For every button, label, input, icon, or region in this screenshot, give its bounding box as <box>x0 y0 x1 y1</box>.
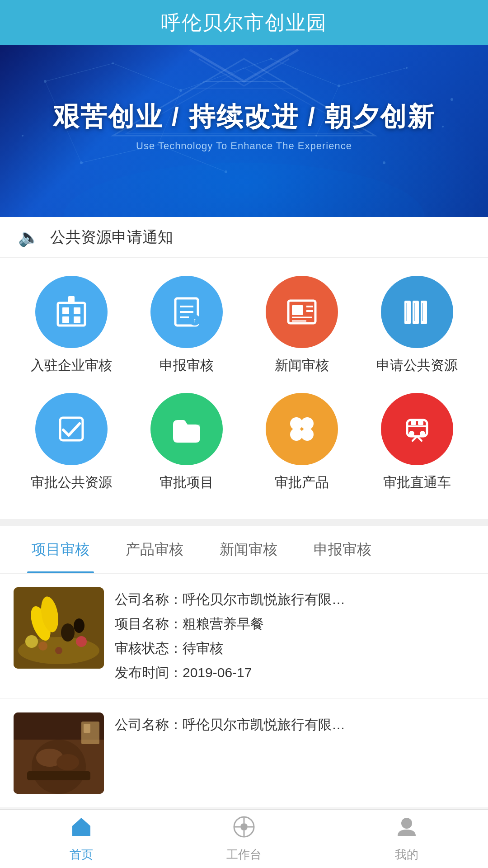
action-label-5: 审批公共资源 <box>31 473 112 492</box>
svg-rect-81 <box>27 771 90 780</box>
svg-rect-49 <box>421 301 427 324</box>
action-approve-resources[interactable]: 审批公共资源 <box>22 393 121 492</box>
action-apply-resources[interactable]: 申请公共资源 <box>367 276 467 375</box>
svg-point-6 <box>450 98 453 101</box>
action-icon-bg-7 <box>266 393 338 465</box>
approve-icon <box>53 411 89 447</box>
action-label-2: 申报审核 <box>160 356 214 375</box>
food-svg-2 <box>14 712 104 794</box>
workspace-icon <box>232 815 256 844</box>
action-label-1: 入驻企业审核 <box>31 356 112 375</box>
tabs-row: 项目审核 产品审核 新闻审核 申报审核 <box>0 526 488 573</box>
quick-actions-section: 入驻企业审核 ↑ 申报审核 <box>0 258 488 519</box>
svg-point-59 <box>409 431 414 436</box>
svg-point-55 <box>301 417 314 430</box>
nav-profile-label: 我的 <box>395 847 418 863</box>
action-label-3: 新闻审核 <box>275 356 329 375</box>
home-icon <box>70 815 93 844</box>
action-enterprise-review[interactable]: 入驻企业审核 <box>22 276 121 375</box>
banner-main-text: 艰苦创业 / 持续改进 / 朝夕创新 <box>53 99 436 135</box>
svg-rect-65 <box>418 421 423 425</box>
action-label-4: 申请公共资源 <box>376 356 458 375</box>
svg-line-14 <box>45 63 113 81</box>
svg-point-7 <box>22 135 23 137</box>
action-approve-express[interactable]: 审批直通车 <box>367 393 467 492</box>
news-icon <box>284 294 320 330</box>
item-details-2: 公司名称：呼伦贝尔市凯悦旅行有限… <box>115 712 474 794</box>
nav-workspace[interactable]: 工作台 <box>199 815 289 863</box>
svg-point-92 <box>401 818 412 829</box>
building-icon <box>53 294 89 330</box>
nav-workspace-label: 工作台 <box>226 847 262 863</box>
app-header: 呼伦贝尔市创业园 <box>0 0 488 45</box>
action-news-review[interactable]: 新闻审核 <box>252 276 352 375</box>
svg-rect-34 <box>68 296 75 304</box>
publish-date-1: 发布时间：2019-06-17 <box>115 660 474 685</box>
section-divider <box>0 519 488 526</box>
quick-actions-row-2: 审批公共资源 审批项目 审批产品 <box>14 393 474 492</box>
svg-rect-33 <box>74 316 80 323</box>
speaker-icon: 🔈 <box>18 227 39 247</box>
action-label-8: 审批直通车 <box>383 473 451 492</box>
report-icon: ↑ <box>169 294 205 330</box>
svg-point-13 <box>442 126 444 127</box>
action-icon-bg-5 <box>35 393 108 465</box>
svg-rect-48 <box>413 301 419 324</box>
grid-icon <box>284 411 320 447</box>
tab-product-review[interactable]: 产品审核 <box>108 526 202 573</box>
item-image-2 <box>14 712 104 794</box>
nav-home[interactable]: 首页 <box>36 815 127 863</box>
svg-point-75 <box>55 647 62 654</box>
subway-icon <box>399 411 435 447</box>
item-image-1 <box>14 587 104 669</box>
svg-point-80 <box>56 754 79 770</box>
tab-report-review[interactable]: 申报审核 <box>296 526 389 573</box>
svg-rect-47 <box>404 301 411 324</box>
list-item[interactable]: 公司名称：呼伦贝尔市凯悦旅行有限… <box>0 699 488 808</box>
review-status-1: 审核状态：待审核 <box>115 636 474 660</box>
folder-icon <box>169 411 205 447</box>
svg-point-54 <box>290 417 303 430</box>
svg-rect-30 <box>62 307 69 314</box>
svg-point-87 <box>240 823 248 830</box>
svg-rect-83 <box>84 724 90 733</box>
company-name-1: 公司名称：呼伦贝尔市凯悦旅行有限… <box>115 587 474 612</box>
action-approve-project[interactable]: 审批项目 <box>137 393 236 492</box>
list-item[interactable]: 公司名称：呼伦贝尔市凯悦旅行有限… 项目名称：粗粮营养早餐 审核状态：待审核 发… <box>0 574 488 699</box>
bottom-navigation: 首页 工作台 我的 <box>0 809 488 868</box>
nav-home-label: 首页 <box>70 847 93 863</box>
banner-sub-text: Use Technology To Enhance The Experience <box>136 140 352 152</box>
action-icon-bg-1 <box>35 276 108 348</box>
svg-point-70 <box>61 623 75 642</box>
svg-rect-32 <box>62 316 69 323</box>
svg-point-24 <box>63 163 425 217</box>
svg-rect-42 <box>292 305 303 315</box>
action-icon-bg-6 <box>150 393 223 465</box>
svg-point-60 <box>420 431 425 436</box>
svg-text:↑: ↑ <box>193 316 196 324</box>
svg-point-12 <box>383 161 385 164</box>
food-svg-1 <box>14 587 104 669</box>
app-title: 呼伦贝尔市创业园 <box>161 9 327 36</box>
svg-rect-31 <box>74 307 80 314</box>
notification-bar[interactable]: 🔈 公共资源申请通知 <box>0 217 488 258</box>
books-icon <box>399 294 435 330</box>
svg-point-74 <box>76 636 87 647</box>
company-name-2: 公司名称：呼伦贝尔市凯悦旅行有限… <box>115 712 474 737</box>
hero-banner: 艰苦创业 / 持续改进 / 朝夕创新 Use Technology To Enh… <box>0 45 488 217</box>
banner-chevron <box>172 45 316 90</box>
svg-point-72 <box>25 635 38 648</box>
action-approve-product[interactable]: 审批产品 <box>252 393 352 492</box>
action-icon-bg-4 <box>381 276 453 348</box>
quick-actions-row-1: 入驻企业审核 ↑ 申报审核 <box>14 276 474 375</box>
tab-news-review[interactable]: 新闻审核 <box>202 526 296 573</box>
action-icon-bg-3 <box>266 276 338 348</box>
svg-point-73 <box>38 642 47 651</box>
action-report-review[interactable]: ↑ 申报审核 <box>137 276 236 375</box>
nav-profile[interactable]: 我的 <box>361 815 452 863</box>
svg-rect-29 <box>58 303 85 326</box>
action-icon-bg-2: ↑ <box>150 276 223 348</box>
project-list: 公司名称：呼伦贝尔市凯悦旅行有限… 项目名称：粗粮营养早餐 审核状态：待审核 发… <box>0 574 488 808</box>
tab-project-review[interactable]: 项目审核 <box>14 526 108 573</box>
tabs-container: 项目审核 产品审核 新闻审核 申报审核 <box>0 526 488 574</box>
